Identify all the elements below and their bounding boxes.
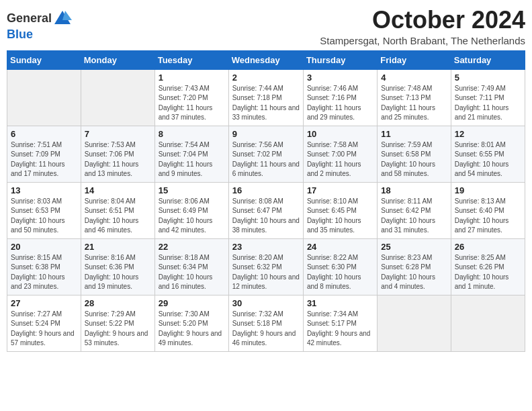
day-info: Sunrise: 7:58 AM Sunset: 7:00 PM Dayligh… <box>307 140 373 179</box>
day-number: 19 <box>455 185 521 195</box>
day-info: Sunrise: 8:23 AM Sunset: 6:28 PM Dayligh… <box>381 253 447 292</box>
calendar-cell: 31Sunrise: 7:34 AM Sunset: 5:17 PM Dayli… <box>303 295 377 351</box>
day-info: Sunrise: 7:29 AM Sunset: 5:22 PM Dayligh… <box>85 310 151 349</box>
logo-blue: Blue <box>7 28 33 41</box>
calendar-cell: 24Sunrise: 8:22 AM Sunset: 6:30 PM Dayli… <box>303 238 377 295</box>
calendar-cell: 10Sunrise: 7:58 AM Sunset: 7:00 PM Dayli… <box>303 126 377 182</box>
calendar-header-saturday: Saturday <box>451 50 525 69</box>
calendar-cell: 30Sunrise: 7:32 AM Sunset: 5:18 PM Dayli… <box>228 295 303 351</box>
subtitle: Stampersgat, North Brabant, The Netherla… <box>320 35 525 46</box>
calendar-cell: 12Sunrise: 8:01 AM Sunset: 6:55 PM Dayli… <box>451 126 525 182</box>
day-info: Sunrise: 7:48 AM Sunset: 7:13 PM Dayligh… <box>381 84 447 123</box>
day-number: 26 <box>455 242 521 252</box>
calendar-cell: 9Sunrise: 7:56 AM Sunset: 7:02 PM Daylig… <box>228 126 303 182</box>
day-number: 23 <box>232 242 300 252</box>
calendar-header-sunday: Sunday <box>7 50 81 69</box>
calendar-cell: 8Sunrise: 7:54 AM Sunset: 7:04 PM Daylig… <box>154 126 228 182</box>
calendar-cell: 14Sunrise: 8:04 AM Sunset: 6:51 PM Dayli… <box>81 182 154 238</box>
day-number: 25 <box>381 242 447 252</box>
day-info: Sunrise: 8:16 AM Sunset: 6:36 PM Dayligh… <box>85 253 151 292</box>
calendar-cell <box>7 69 81 126</box>
day-info: Sunrise: 8:18 AM Sunset: 6:34 PM Dayligh… <box>159 253 225 292</box>
calendar-cell: 29Sunrise: 7:30 AM Sunset: 5:20 PM Dayli… <box>154 295 228 351</box>
day-number: 6 <box>11 129 77 139</box>
calendar-cell: 22Sunrise: 8:18 AM Sunset: 6:34 PM Dayli… <box>154 238 228 295</box>
logo-general: General <box>7 12 52 26</box>
day-number: 16 <box>232 185 300 195</box>
day-number: 15 <box>159 185 225 195</box>
calendar-cell: 28Sunrise: 7:29 AM Sunset: 5:22 PM Dayli… <box>81 295 154 351</box>
calendar-cell: 26Sunrise: 8:25 AM Sunset: 6:26 PM Dayli… <box>451 238 525 295</box>
day-number: 1 <box>159 73 225 83</box>
calendar-cell: 20Sunrise: 8:15 AM Sunset: 6:38 PM Dayli… <box>7 238 81 295</box>
calendar-cell: 7Sunrise: 7:53 AM Sunset: 7:06 PM Daylig… <box>81 126 154 182</box>
day-number: 28 <box>85 298 151 308</box>
day-number: 22 <box>159 242 225 252</box>
day-info: Sunrise: 7:32 AM Sunset: 5:18 PM Dayligh… <box>232 310 300 349</box>
day-info: Sunrise: 7:59 AM Sunset: 6:58 PM Dayligh… <box>381 140 447 179</box>
calendar-header-thursday: Thursday <box>303 50 377 69</box>
day-info: Sunrise: 7:27 AM Sunset: 5:24 PM Dayligh… <box>11 310 77 349</box>
day-number: 3 <box>307 73 373 83</box>
calendar-week-row: 1Sunrise: 7:43 AM Sunset: 7:20 PM Daylig… <box>7 69 525 126</box>
calendar-cell: 11Sunrise: 7:59 AM Sunset: 6:58 PM Dayli… <box>378 126 451 182</box>
day-number: 12 <box>455 129 521 139</box>
day-info: Sunrise: 7:51 AM Sunset: 7:09 PM Dayligh… <box>11 140 77 179</box>
calendar-header-wednesday: Wednesday <box>228 50 303 69</box>
day-number: 13 <box>11 185 77 195</box>
logo-icon <box>53 9 72 28</box>
calendar-header-monday: Monday <box>81 50 154 69</box>
calendar-cell: 1Sunrise: 7:43 AM Sunset: 7:20 PM Daylig… <box>154 69 228 126</box>
calendar-cell: 6Sunrise: 7:51 AM Sunset: 7:09 PM Daylig… <box>7 126 81 182</box>
title-area: October 2024 Stampersgat, North Brabant,… <box>320 7 525 46</box>
day-number: 29 <box>159 298 225 308</box>
day-info: Sunrise: 8:01 AM Sunset: 6:55 PM Dayligh… <box>455 140 521 179</box>
day-info: Sunrise: 7:56 AM Sunset: 7:02 PM Dayligh… <box>232 140 300 179</box>
calendar-cell: 13Sunrise: 8:03 AM Sunset: 6:53 PM Dayli… <box>7 182 81 238</box>
day-info: Sunrise: 8:08 AM Sunset: 6:47 PM Dayligh… <box>232 197 300 236</box>
day-info: Sunrise: 7:30 AM Sunset: 5:20 PM Dayligh… <box>159 310 225 349</box>
day-number: 30 <box>232 298 300 308</box>
day-info: Sunrise: 8:03 AM Sunset: 6:53 PM Dayligh… <box>11 197 77 236</box>
day-info: Sunrise: 7:43 AM Sunset: 7:20 PM Dayligh… <box>159 84 225 123</box>
calendar-cell: 15Sunrise: 8:06 AM Sunset: 6:49 PM Dayli… <box>154 182 228 238</box>
calendar-cell <box>378 295 451 351</box>
calendar-cell <box>451 295 525 351</box>
day-info: Sunrise: 8:04 AM Sunset: 6:51 PM Dayligh… <box>85 197 151 236</box>
calendar: SundayMondayTuesdayWednesdayThursdayFrid… <box>7 50 525 352</box>
day-info: Sunrise: 7:54 AM Sunset: 7:04 PM Dayligh… <box>159 140 225 179</box>
day-info: Sunrise: 8:10 AM Sunset: 6:45 PM Dayligh… <box>307 197 373 236</box>
day-number: 17 <box>307 185 373 195</box>
day-info: Sunrise: 8:13 AM Sunset: 6:40 PM Dayligh… <box>455 197 521 236</box>
day-number: 2 <box>232 73 300 83</box>
calendar-cell: 16Sunrise: 8:08 AM Sunset: 6:47 PM Dayli… <box>228 182 303 238</box>
day-number: 9 <box>232 129 300 139</box>
calendar-cell: 18Sunrise: 8:11 AM Sunset: 6:42 PM Dayli… <box>378 182 451 238</box>
day-info: Sunrise: 8:25 AM Sunset: 6:26 PM Dayligh… <box>455 253 521 292</box>
day-number: 10 <box>307 129 373 139</box>
day-info: Sunrise: 8:06 AM Sunset: 6:49 PM Dayligh… <box>159 197 225 236</box>
month-title: October 2024 <box>320 7 525 34</box>
calendar-week-row: 6Sunrise: 7:51 AM Sunset: 7:09 PM Daylig… <box>7 126 525 182</box>
day-number: 31 <box>307 298 373 308</box>
day-info: Sunrise: 7:53 AM Sunset: 7:06 PM Dayligh… <box>85 140 151 179</box>
day-number: 18 <box>381 185 447 195</box>
day-number: 20 <box>11 242 77 252</box>
calendar-header-row: SundayMondayTuesdayWednesdayThursdayFrid… <box>7 50 525 69</box>
calendar-week-row: 20Sunrise: 8:15 AM Sunset: 6:38 PM Dayli… <box>7 238 525 295</box>
calendar-cell: 21Sunrise: 8:16 AM Sunset: 6:36 PM Dayli… <box>81 238 154 295</box>
calendar-week-row: 27Sunrise: 7:27 AM Sunset: 5:24 PM Dayli… <box>7 295 525 351</box>
day-info: Sunrise: 8:11 AM Sunset: 6:42 PM Dayligh… <box>381 197 447 236</box>
calendar-cell: 3Sunrise: 7:46 AM Sunset: 7:16 PM Daylig… <box>303 69 377 126</box>
day-number: 21 <box>85 242 151 252</box>
calendar-week-row: 13Sunrise: 8:03 AM Sunset: 6:53 PM Dayli… <box>7 182 525 238</box>
day-number: 11 <box>381 129 447 139</box>
calendar-header-tuesday: Tuesday <box>154 50 228 69</box>
day-number: 8 <box>159 129 225 139</box>
day-info: Sunrise: 7:49 AM Sunset: 7:11 PM Dayligh… <box>455 84 521 123</box>
calendar-cell: 27Sunrise: 7:27 AM Sunset: 5:24 PM Dayli… <box>7 295 81 351</box>
svg-marker-1 <box>62 11 72 20</box>
day-info: Sunrise: 8:20 AM Sunset: 6:32 PM Dayligh… <box>232 253 300 292</box>
calendar-cell: 2Sunrise: 7:44 AM Sunset: 7:18 PM Daylig… <box>228 69 303 126</box>
calendar-cell: 5Sunrise: 7:49 AM Sunset: 7:11 PM Daylig… <box>451 69 525 126</box>
